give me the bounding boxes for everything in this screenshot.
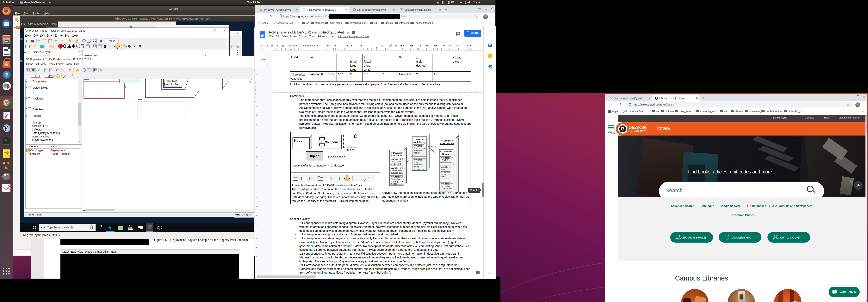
svg-text:Real Estate: Real Estate [391, 161, 401, 163]
svg-text:prediction: prediction [414, 163, 423, 166]
svg-text:suburbs data: suburbs data [391, 172, 403, 174]
svg-text:<<Artifact>>: <<Artifact>> [414, 145, 425, 147]
svg-text:HTML 5: HTML 5 [441, 159, 448, 161]
svg-text::Web Server: :Web Server [413, 141, 426, 143]
svg-text:Government: Government [391, 169, 402, 172]
svg-text:Live Traffic: Live Traffic [167, 80, 178, 83]
svg-text:<<Device>>: <<Device>> [440, 150, 452, 153]
svg-text:model: model [414, 166, 419, 168]
svg-text:<<Device>>: <<Device>> [413, 138, 425, 140]
svg-text:<<Artifact>>: <<Artifact>> [441, 166, 452, 168]
svg-text:property price: property price [391, 180, 403, 182]
svg-text:Component: Component [325, 140, 341, 144]
svg-text:models: models [391, 182, 397, 185]
svg-text:Note: Note [347, 148, 354, 152]
svg-text:Property price: Property price [414, 147, 427, 149]
svg-text:independent symbols.: independent symbols. [382, 199, 409, 202]
svg-text:<<Artifact>>: <<Artifact>> [391, 176, 402, 178]
svg-text:<<Device>>: <<Device>> [391, 152, 402, 154]
svg-text:reduce the usability of the Me: reduce the usability of the MetaEdit+ Bi… [291, 199, 370, 202]
svg-text:and Object (2nd and 3rd from l: and Object (2nd and 3rd from left), the … [291, 192, 374, 195]
svg-text:engineering: engineering [414, 168, 424, 170]
svg-text:suburbs: suburbs [441, 173, 448, 175]
svg-text:prediction: prediction [414, 149, 423, 152]
svg-text:Above: Definition of notation: Above: Definition of notation in draft p… [291, 164, 345, 167]
svg-text:<<Artifact>>: <<Artifact>> [391, 158, 402, 161]
svg-text:price results: price results [441, 187, 452, 190]
svg-text:website: website [413, 152, 421, 154]
svg-text:<<Artifact>>: <<Artifact>> [441, 157, 452, 159]
svg-text:Sold: Sold [441, 168, 445, 171]
svg-text:<<Device>>: <<Device>> [441, 140, 453, 142]
svg-text:Generated: Generated [391, 178, 401, 180]
svg-text::Client System: :Client System [440, 142, 455, 145]
svg-text::Browser: :Browser [441, 153, 451, 155]
svg-text:<<Artifact>>: <<Artifact>> [441, 182, 452, 185]
svg-text:Node: Node [294, 139, 303, 142]
svg-text::DB Server: :DB Server [391, 155, 402, 157]
svg-text:MySQL DB: MySQL DB [391, 163, 401, 165]
svg-text:Above: Implementation of BiDaM: Above: Implementation of BiDaML notation… [291, 184, 363, 187]
svg-text:properties/: properties/ [441, 171, 451, 173]
svg-text:UML dependency (far right). Th: UML dependency (far right). These redund… [291, 196, 378, 199]
svg-text:and 'Note' icons are used to i: and 'Note' icons are used to indicate th… [382, 195, 469, 198]
svg-text:<<Artifact>>: <<Artifact>> [391, 167, 402, 169]
svg-text:https: 80: https: 80 [428, 145, 436, 147]
svg-text:There draft paper doesn't ment: There draft paper doesn't mention the di… [291, 188, 374, 191]
svg-text:Above: How the notation is use: Above: How the notation is used in the d… [382, 191, 468, 194]
svg-text:Price: Price [414, 161, 418, 163]
svg-text:report: report [441, 175, 446, 177]
svg-text:Prediction Demo: Prediction Demo [164, 83, 181, 86]
svg-text:<<Artifact>>: <<Artifact>> [414, 159, 425, 161]
svg-text:Connector: Connector [328, 155, 345, 159]
svg-text:Prediction: Prediction [441, 185, 450, 187]
svg-text:Object: Object [308, 154, 319, 158]
